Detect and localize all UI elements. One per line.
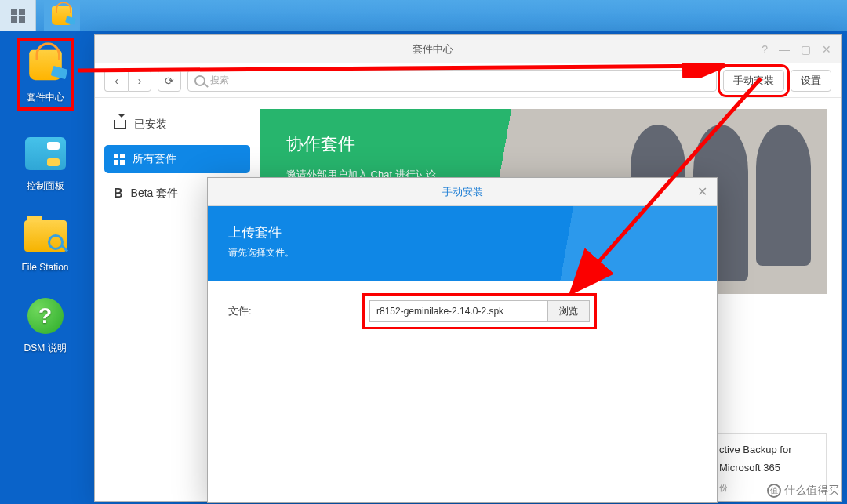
minimize-icon[interactable]: — [779, 43, 790, 56]
desktop-item-control-panel[interactable]: 控制面板 [22, 132, 69, 193]
control-panel-icon [25, 137, 66, 170]
desktop: 套件中心 控制面板 File Station ? DSM 说明 [0, 31, 90, 504]
file-path-input[interactable]: r8152-geminilake-2.14.0-2.spk [369, 300, 548, 322]
taskbar [0, 0, 847, 31]
desktop-label: 控制面板 [27, 179, 64, 193]
close-icon[interactable]: ✕ [697, 184, 707, 199]
search-input[interactable]: 搜索 [187, 70, 717, 92]
manual-install-button[interactable]: 手动安装 [723, 70, 784, 92]
close-icon[interactable]: ✕ [822, 43, 831, 56]
beta-icon: B [114, 187, 123, 201]
card-title: Microsoft 365 [719, 462, 816, 473]
grid-icon [11, 9, 25, 23]
manual-install-dialog: 手动安装 ✕ 上传套件 请先选择文件。 文件: r8152-geminilake… [207, 177, 718, 503]
window-titlebar[interactable]: 套件中心 ? — ▢ ✕ [95, 35, 841, 63]
maximize-icon[interactable]: ▢ [801, 43, 811, 56]
taskbar-app-package-center[interactable] [44, 0, 80, 31]
refresh-button[interactable]: ⟳ [158, 70, 181, 92]
sidebar-item-label: 已安装 [134, 118, 167, 132]
browse-button[interactable]: 浏览 [548, 300, 590, 322]
shopping-bag-icon [29, 50, 62, 80]
forward-button[interactable]: › [128, 70, 151, 92]
grid-icon [114, 154, 125, 165]
desktop-item-package-center[interactable]: 套件中心 [17, 38, 74, 111]
desktop-item-file-station[interactable]: File Station [21, 215, 68, 273]
dialog-titlebar[interactable]: 手动安装 ✕ [208, 178, 717, 206]
search-placeholder: 搜索 [210, 74, 229, 87]
dialog-banner: 上传套件 请先选择文件。 [208, 206, 717, 281]
sidebar-item-all-packages[interactable]: 所有套件 [104, 145, 250, 173]
search-icon [194, 75, 205, 86]
apps-menu-button[interactable] [0, 0, 36, 31]
desktop-label: 套件中心 [27, 91, 64, 104]
help-icon: ? [27, 298, 64, 334]
logo-icon: 值 [767, 484, 781, 498]
shopping-bag-icon [52, 6, 72, 25]
help-icon[interactable]: ? [762, 43, 768, 56]
download-icon [114, 120, 126, 129]
desktop-item-dsm-help[interactable]: ? DSM 说明 [22, 295, 69, 355]
toolbar: ‹ › ⟳ 搜索 手动安装 设置 [95, 63, 841, 98]
card-sub: 份 [719, 483, 728, 492]
back-button[interactable]: ‹ [104, 70, 128, 92]
settings-button[interactable]: 设置 [791, 70, 831, 92]
folder-icon [24, 220, 67, 252]
file-label: 文件: [228, 304, 369, 318]
dialog-body: 文件: r8152-geminilake-2.14.0-2.spk 浏览 [208, 281, 717, 341]
dialog-subtext: 请先选择文件。 [228, 246, 696, 259]
desktop-label: File Station [21, 262, 68, 273]
dialog-title: 手动安装 [442, 185, 483, 199]
sidebar-item-label: 所有套件 [133, 152, 176, 166]
desktop-label: DSM 说明 [24, 342, 67, 355]
window-title: 套件中心 [104, 42, 762, 56]
dialog-heading: 上传套件 [228, 223, 696, 241]
watermark: 值 什么值得买 [767, 484, 839, 498]
sidebar-item-installed[interactable]: 已安装 [104, 111, 250, 139]
card-title: ctive Backup for [719, 444, 816, 455]
window-controls: ? — ▢ ✕ [762, 43, 831, 56]
sidebar-item-label: Beta 套件 [131, 187, 179, 201]
